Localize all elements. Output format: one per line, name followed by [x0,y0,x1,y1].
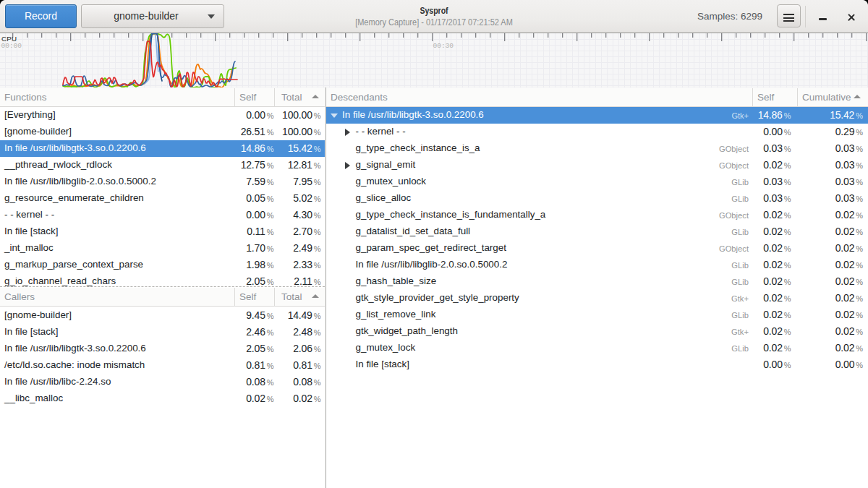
svg-text:00:30: 00:30 [433,42,454,50]
svg-text:00:00: 00:00 [1,42,22,50]
svg-text:CPU: CPU [1,35,17,43]
